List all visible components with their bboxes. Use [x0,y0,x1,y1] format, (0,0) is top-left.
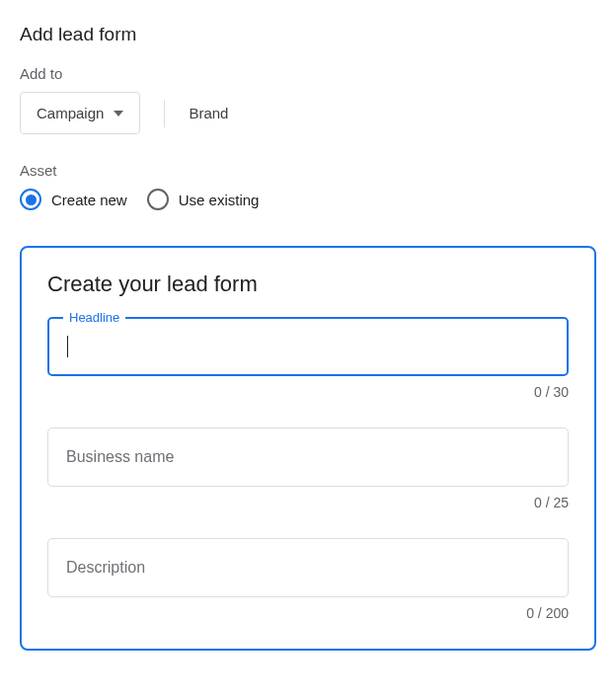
radio-create-new[interactable]: Create new [20,189,127,210]
radio-label: Use existing [179,192,260,208]
description-placeholder: Description [66,559,145,577]
radio-icon [20,189,41,210]
addto-row: Campaign Brand [20,92,596,134]
headline-field-group: Headline 0 / 30 [47,317,569,400]
chevron-down-icon [114,111,123,116]
business-counter: 0 / 25 [47,495,569,510]
headline-text-input[interactable] [68,338,549,355]
headline-input[interactable]: Headline [47,317,569,376]
business-input[interactable]: Business name [47,427,569,487]
description-input[interactable]: Description [47,538,569,597]
asset-radio-group: Create new Use existing [20,189,596,210]
form-card-title: Create your lead form [47,272,569,297]
asset-label: Asset [20,162,596,179]
headline-label: Headline [63,310,125,325]
dropdown-label: Campaign [37,105,104,121]
page-title: Add lead form [20,24,596,45]
campaign-dropdown[interactable]: Campaign [20,92,140,134]
description-field-group: Description 0 / 200 [47,538,569,621]
business-placeholder: Business name [66,448,174,466]
radio-use-existing[interactable]: Use existing [147,189,260,210]
divider [164,100,165,127]
radio-icon [147,189,169,210]
description-counter: 0 / 200 [47,605,569,621]
context-text: Brand [189,105,228,121]
business-field-group: Business name 0 / 25 [47,427,569,510]
addto-label: Add to [20,65,596,82]
lead-form-card: Create your lead form Headline 0 / 30 Bu… [20,246,596,651]
radio-label: Create new [51,192,127,208]
headline-counter: 0 / 30 [47,384,569,400]
